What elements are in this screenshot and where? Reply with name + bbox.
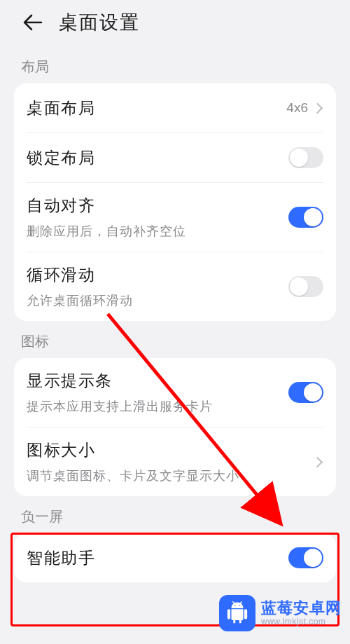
row-hint-bar[interactable]: 显示提示条 提示本应用支持上滑出服务卡片 (14, 358, 336, 427)
group-layout: 桌面布局 4x6 锁定布局 自动对齐 删除应用后，自动补齐空位 循环滑动 允许桌… (14, 83, 336, 321)
row-layout-grid[interactable]: 桌面布局 4x6 (14, 83, 336, 132)
header: 桌面设置 (0, 0, 350, 46)
chevron-right-icon (312, 102, 323, 114)
section-label-layout: 布局 (0, 46, 350, 83)
watermark: 蓝莓安卓网 www.lmkjst.com (219, 595, 342, 631)
row-title: 桌面布局 (27, 97, 286, 119)
row-title: 自动对齐 (27, 195, 288, 217)
android-badge-icon (219, 595, 255, 631)
watermark-name: 蓝莓安卓网 (261, 599, 342, 617)
toggle-loop-scroll[interactable] (288, 276, 323, 297)
back-arrow-icon (22, 13, 43, 32)
row-subtitle: 删除应用后，自动补齐空位 (27, 223, 288, 240)
row-title: 图标大小 (27, 439, 314, 461)
row-subtitle: 提示本应用支持上滑出服务卡片 (27, 398, 288, 415)
row-subtitle: 允许桌面循环滑动 (27, 292, 288, 309)
group-minus-one: 智能助手 (14, 533, 336, 582)
row-assistant[interactable]: 智能助手 (14, 533, 336, 582)
row-lock-layout[interactable]: 锁定布局 (14, 133, 336, 182)
row-title: 锁定布局 (27, 147, 288, 169)
toggle-assistant[interactable] (288, 547, 323, 568)
row-loop-scroll[interactable]: 循环滑动 允许桌面循环滑动 (14, 252, 336, 321)
group-icons: 显示提示条 提示本应用支持上滑出服务卡片 图标大小 调节桌面图标、卡片及文字显示… (14, 358, 336, 496)
chevron-right-icon (312, 456, 323, 467)
row-title: 智能助手 (27, 547, 288, 569)
page-title: 桌面设置 (59, 10, 140, 35)
toggle-hint-bar[interactable] (288, 382, 323, 403)
toggle-auto-align[interactable] (288, 207, 323, 228)
toggle-lock-layout[interactable] (288, 147, 323, 168)
row-title: 循环滑动 (27, 264, 288, 286)
row-icon-size[interactable]: 图标大小 调节桌面图标、卡片及文字显示大小 (14, 427, 336, 496)
row-subtitle: 调节桌面图标、卡片及文字显示大小 (27, 467, 314, 484)
section-label-icons: 图标 (0, 321, 350, 358)
row-title: 显示提示条 (27, 370, 288, 392)
back-button[interactable] (20, 10, 45, 35)
row-auto-align[interactable]: 自动对齐 删除应用后，自动补齐空位 (14, 183, 336, 252)
watermark-url: www.lmkjst.com (261, 617, 342, 627)
section-label-minus-one: 负一屏 (0, 496, 350, 533)
row-value-layout-grid: 4x6 (286, 100, 308, 116)
